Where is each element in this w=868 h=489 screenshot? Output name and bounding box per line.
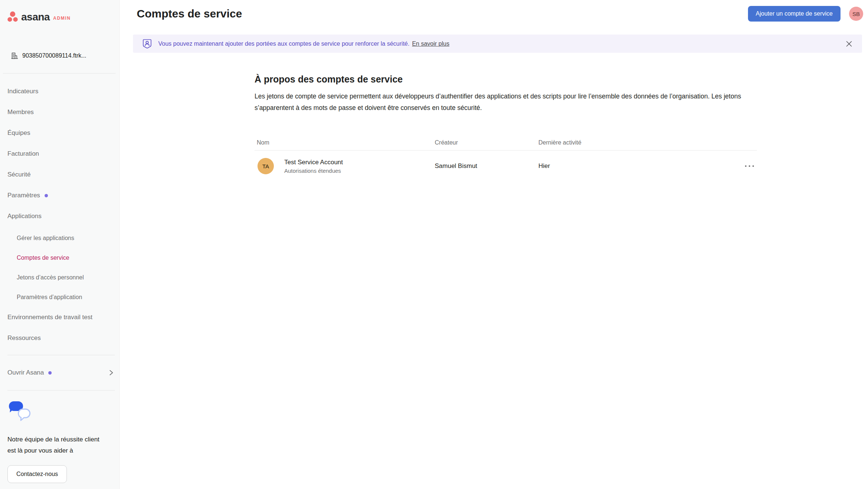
asana-admin-logo: asana ADMIN [7,11,71,22]
service-account-avatar: TA [258,158,274,174]
sidebar-divider [3,73,116,74]
sidebar-item-label: Équipes [7,129,30,137]
learn-more-link[interactable]: En savoir plus [412,41,450,47]
close-banner-button[interactable] [845,40,853,48]
sidebar-item-membres[interactable]: Membres [0,102,119,123]
chat-bubbles-icon [7,401,114,421]
asana-logo-icon [7,11,18,22]
sidebar-item-label: Environnements de travail test [7,314,93,321]
service-accounts-table: Nom Créateur Dernière activité TA Test S… [255,135,757,182]
about-description: Les jetons de compte de service permette… [255,91,754,114]
chevron-right-icon [107,369,115,376]
new-feature-dot [48,371,52,375]
column-header-createur: Créateur [435,139,538,146]
service-account-name-cell: TA Test Service Account Autorisations ét… [255,158,435,174]
sidebar-item-applications[interactable]: Applications [0,206,119,227]
sidebar-item-label: Jetons d’accès personnel [17,274,84,281]
admin-badge: ADMIN [53,16,71,22]
service-account-creator: Samuel Bismut [435,162,538,170]
main-content: Comptes de service Ajouter un compte de … [120,0,868,489]
asana-admin-app: asana ADMIN 903850700089114.ftrk... Indi… [0,0,868,489]
sidebar-item-label: Indicateurs [7,88,38,95]
sidebar-item-parametres-application[interactable]: Paramètres d’application [0,287,119,307]
sidebar: asana ADMIN 903850700089114.ftrk... Indi… [0,0,120,489]
row-actions-menu-button[interactable] [744,165,755,168]
shield-user-icon [142,39,152,49]
table-header-row: Nom Créateur Dernière activité [255,135,757,150]
sidebar-item-parametres[interactable]: Paramètres [0,185,119,206]
organization-switcher[interactable]: 903850700089114.ftrk... [7,52,86,59]
column-header-nom: Nom [255,139,435,146]
column-header-derniere-activite: Dernière activité [538,139,742,146]
sidebar-item-label: Membres [7,109,34,116]
sidebar-item-indicateurs[interactable]: Indicateurs [0,81,119,102]
table-row: TA Test Service Account Autorisations ét… [255,150,757,182]
sidebar-item-label: Gérer les applications [17,235,74,242]
service-account-name: Test Service Account [284,159,343,166]
sidebar-item-label: Ressources [7,334,41,342]
contact-us-button[interactable]: Contactez-nous [7,465,67,483]
sidebar-item-label: Sécurité [7,171,30,178]
sidebar-item-equipes[interactable]: Équipes [0,123,119,143]
sidebar-item-label: Facturation [7,150,39,158]
organization-id: 903850700089114.ftrk... [22,52,86,59]
sidebar-item-label: Paramètres [7,192,40,199]
service-account-permissions: Autorisations étendues [284,168,343,174]
applications-submenu: Gérer les applications Comptes de servic… [0,227,119,307]
sidebar-item-ressources[interactable]: Ressources [0,328,119,349]
sidebar-item-environnements-test[interactable]: Environnements de travail test [0,307,119,328]
customer-success-text: Notre équipe de la réussite client est l… [7,434,103,456]
new-feature-dot [45,194,48,197]
sidebar-item-facturation[interactable]: Facturation [0,143,119,164]
sidebar-item-label: Paramètres d’application [17,294,82,301]
customer-success-panel: Notre équipe de la réussite client est l… [7,401,114,483]
sidebar-item-securite[interactable]: Sécurité [0,164,119,185]
sidebar-item-comptes-de-service[interactable]: Comptes de service [0,248,119,268]
page-title: Comptes de service [137,7,242,20]
logo-wordmark: asana [21,12,50,22]
scopes-announcement-banner: Vous pouvez maintenant ajouter des porté… [133,35,862,53]
sidebar-item-label: Comptes de service [17,255,69,261]
add-service-account-button[interactable]: Ajouter un compte de service [748,6,841,22]
about-heading: À propos des comptes de service [255,73,757,85]
sidebar-nav: Indicateurs Membres Équipes Facturation … [0,81,119,349]
sidebar-divider [7,355,115,355]
service-account-name-lines: Test Service Account Autorisations étend… [284,159,343,174]
user-avatar[interactable]: SB [849,7,863,21]
open-asana-link[interactable]: Ouvrir Asana [0,362,119,383]
sidebar-divider [7,390,115,391]
sidebar-item-label: Applications [7,213,42,220]
open-asana-label: Ouvrir Asana [7,369,44,376]
sidebar-item-jetons-acces-personnel[interactable]: Jetons d’accès personnel [0,268,119,287]
building-icon [11,52,18,59]
sidebar-item-gerer-les-applications[interactable]: Gérer les applications [0,228,119,248]
banner-message: Vous pouvez maintenant ajouter des porté… [158,41,409,47]
service-account-last-activity: Hier [538,162,742,170]
about-section: À propos des comptes de service Les jeto… [255,73,757,182]
